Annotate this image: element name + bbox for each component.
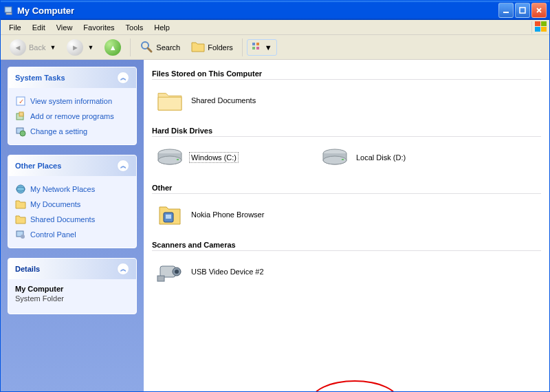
panel-header-system-tasks[interactable]: System Tasks ︽ [8,67,136,88]
link-change-setting[interactable]: Change a setting [15,124,129,139]
views-button[interactable]: ▼ [247,39,277,56]
maximize-button[interactable] [515,3,530,18]
up-button[interactable]: ▲ [100,36,126,59]
item-label: USB Video Device #2 [189,266,266,277]
forward-arrow-icon: ► [67,39,83,56]
svg-rect-12 [252,43,255,45]
settings-icon [15,126,26,137]
svg-rect-6 [535,21,540,26]
folder-icon [156,87,184,114]
item-drive-c[interactable]: Windows (C:) [156,144,294,171]
back-button[interactable]: ◄ Back ▼ [5,36,60,59]
dropdown-icon: ▼ [265,43,272,52]
network-icon [15,184,26,195]
svg-rect-8 [535,27,540,32]
drive-icon [156,144,184,171]
panel-title: Details [15,265,40,273]
separator [242,39,243,56]
menu-help[interactable]: Help [148,22,175,33]
link-view-system-info[interactable]: ✓ View system information [15,94,129,109]
menu-favorites[interactable]: Favorites [78,22,120,33]
section-items: Nokia Phone Browser [152,201,541,228]
chevron-up-icon: ︽ [117,160,129,172]
forward-button[interactable]: ► ▼ [62,36,98,59]
folders-button[interactable]: Folders [186,37,238,58]
toolbar: ◄ Back ▼ ► ▼ ▲ Search Folders ▼ [1,35,549,60]
svg-point-25 [21,235,25,239]
link-label: Change a setting [30,127,87,135]
section-header-scanners: Scanners and Cameras [152,241,541,251]
menu-file[interactable]: File [3,22,27,33]
panel-header-other-places[interactable]: Other Places ︽ [8,155,136,176]
phone-folder-icon [156,201,184,228]
svg-rect-0 [5,7,12,12]
details-type: System Folder [15,294,129,303]
search-icon [140,40,153,55]
svg-rect-15 [256,47,259,50]
svg-rect-3 [520,8,525,13]
item-label: Shared Documents [189,95,258,106]
item-usb-video[interactable]: USB Video Device #2 [156,258,294,285]
item-label: Nokia Phone Browser [189,209,266,220]
svg-rect-19 [19,112,23,116]
svg-rect-1 [6,13,12,14]
sidebar: System Tasks ︽ ✓ View system information… [1,60,144,392]
item-label: Local Disk (D:) [354,152,408,163]
link-label: View system information [30,97,112,105]
panel-title: System Tasks [15,74,65,82]
search-label: Search [156,43,180,52]
panel-system-tasks: System Tasks ︽ ✓ View system information… [8,67,137,145]
link-network-places[interactable]: My Network Places [15,182,129,197]
svg-rect-7 [541,21,547,26]
red-circle-annotation [310,380,399,392]
link-add-remove-programs[interactable]: Add or remove programs [15,109,129,124]
folder-icon [15,199,26,210]
section-items: USB Video Device #2 [152,258,541,285]
link-label: Control Panel [30,230,76,239]
item-nokia-browser[interactable]: Nokia Phone Browser [156,201,294,228]
chevron-up-icon: ︽ [117,263,129,275]
menu-view[interactable]: View [51,22,78,33]
titlebar: My Computer [1,1,549,20]
back-arrow-icon: ◄ [10,39,26,56]
panel-header-details[interactable]: Details ︽ [8,259,136,279]
svg-rect-31 [342,159,344,160]
link-my-documents[interactable]: My Documents [15,197,129,212]
window-controls [498,3,547,18]
link-label: Add or remove programs [30,112,114,120]
panel-body: ✓ View system information Add or remove … [8,88,136,144]
content-area[interactable]: Files Stored on This Computer Shared Doc… [144,60,549,392]
control-panel-icon [15,229,26,240]
panel-body: My Network Places My Documents Shared Do… [8,176,136,248]
menu-tools[interactable]: Tools [120,22,149,33]
panel-details: Details ︽ My Computer System Folder [8,258,137,314]
svg-text:✓: ✓ [19,98,24,105]
section-header-files: Files Stored on This Computer [152,69,541,80]
menu-edit[interactable]: Edit [27,22,51,33]
views-icon [252,42,263,53]
svg-point-22 [16,185,25,193]
dropdown-icon: ▼ [48,44,56,51]
details-name: My Computer [15,285,129,293]
item-shared-documents[interactable]: Shared Documents [156,87,294,114]
svg-line-11 [148,48,151,52]
menubar: File Edit View Favorites Tools Help [1,20,549,35]
search-button[interactable]: Search [135,36,185,58]
panel-title: Other Places [15,162,61,170]
camera-icon [156,258,184,285]
item-drive-d[interactable]: Local Disk (D:) [321,144,459,171]
link-control-panel[interactable]: Control Panel [15,227,129,242]
svg-rect-14 [252,47,255,50]
close-button[interactable] [531,3,547,18]
folder-icon [15,214,26,225]
drive-icon [321,144,349,171]
svg-rect-2 [503,12,509,13]
section-items: Windows (C:) Local Disk (D:) [152,144,541,171]
link-label: Shared Documents [30,215,95,224]
minimize-button[interactable] [498,3,514,18]
folders-label: Folders [208,43,233,52]
link-label: My Documents [30,200,80,208]
link-shared-documents[interactable]: Shared Documents [15,212,129,227]
folders-icon [191,41,205,54]
separator [130,39,131,56]
